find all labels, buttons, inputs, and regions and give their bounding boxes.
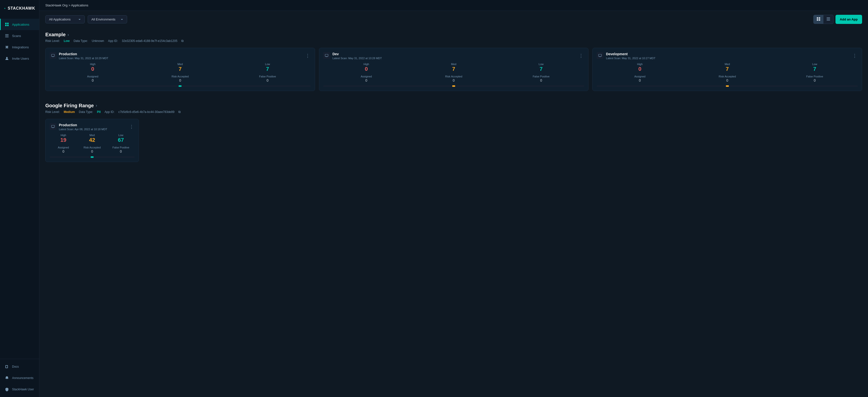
app-header-example: Example ›	[45, 28, 862, 39]
risk-level-label-gfr: Risk Level:	[45, 110, 60, 114]
view-list-button[interactable]	[824, 15, 833, 24]
card-header-production: Production Latest Scan: May 31, 2022 at …	[50, 52, 311, 60]
puzzle-icon	[5, 45, 9, 49]
stat-high-dev: High 0	[323, 63, 410, 72]
env-icon-development	[596, 52, 603, 59]
card-header-development: Development Latest Scan: May 31, 2022 at…	[596, 52, 858, 60]
bar-teal-production	[179, 85, 182, 87]
sub-stat-risk-accepted-development: Risk Accepted 0	[684, 75, 771, 82]
data-type-label-gfr: Data Type:	[79, 110, 93, 114]
env-icon-dev	[323, 52, 330, 59]
copy-app-id-example[interactable]: ⧉	[181, 39, 184, 43]
filter-envs-label: All Environments	[91, 18, 116, 21]
stat-low-development: Low 7	[771, 63, 858, 72]
data-type-value-gfr: PII	[97, 110, 101, 114]
card-header-left-dev: Dev Latest Scan: May 31, 2022 at 10:28 M…	[323, 52, 382, 60]
sub-stat-assigned-dev: Assigned 0	[323, 75, 410, 82]
app-header-gfr: Google Firing Range ›	[45, 99, 862, 110]
card-sub-stats-gfr-production: Assigned 0 Risk Accepted 0 False Positiv…	[50, 146, 135, 153]
stat-med-dev: Med 7	[411, 63, 497, 72]
chevron-right-icon-example[interactable]: ›	[67, 32, 69, 37]
sub-stat-assigned-gfr-production: Assigned 0	[50, 146, 78, 153]
stat-high-gfr-production: High 19	[50, 134, 78, 143]
card-stats-development: High 0 Med 7 Low 7	[596, 63, 858, 72]
chevron-right-icon-gfr[interactable]: ›	[96, 103, 97, 108]
stat-high-production: High 0	[50, 63, 136, 72]
svg-rect-16	[827, 19, 830, 19]
card-header-left-production: Production Latest Scan: May 31, 2022 at …	[50, 52, 108, 60]
risk-value-gfr: Medium	[64, 110, 75, 114]
breadcrumb: StackHawk Org > Applications	[45, 3, 88, 7]
content-area: Example › Risk Level: Low Data Type: Unk…	[39, 28, 868, 397]
stat-med-gfr-production: Med 42	[78, 134, 106, 143]
sub-stat-false-positive-gfr-production: False Positive 0	[107, 146, 135, 153]
risk-level-label-example: Risk Level:	[45, 39, 60, 42]
env-name-production: Production	[59, 52, 108, 56]
card-header-left-development: Development Latest Scan: May 31, 2022 at…	[596, 52, 655, 60]
svg-rect-17	[827, 20, 830, 21]
sidebar-item-integrations[interactable]: Integrations	[0, 41, 39, 53]
card-stats-production: High 0 Med 7 Low 7	[50, 63, 311, 72]
filter-envs-dropdown[interactable]: All Environments	[88, 15, 127, 23]
book-icon	[5, 365, 9, 369]
add-app-button[interactable]: Add an App	[836, 15, 862, 24]
user-icon	[5, 56, 9, 61]
sub-stat-false-positive-development: False Positive 0	[771, 75, 858, 82]
svg-rect-6	[7, 25, 9, 26]
sidebar-item-scans[interactable]: Scans	[0, 30, 39, 41]
sidebar-item-integrations-label: Integrations	[12, 46, 29, 49]
svg-point-10	[6, 57, 8, 58]
risk-value-example: Low	[64, 39, 70, 42]
card-stats-gfr-production: High 19 Med 42 Low 67	[50, 134, 135, 143]
svg-rect-13	[817, 19, 818, 21]
app-title-gfr: Google Firing Range	[45, 103, 94, 109]
view-grid-button[interactable]	[813, 15, 824, 24]
card-menu-production[interactable]: ⋮	[305, 53, 311, 58]
card-menu-development[interactable]: ⋮	[851, 53, 858, 58]
env-cards-example: Production Latest Scan: May 31, 2022 at …	[45, 48, 862, 91]
copy-app-id-gfr[interactable]: ⧉	[178, 110, 181, 114]
svg-rect-23	[599, 56, 601, 57]
main-content: StackHawk Org > Applications All Applica…	[39, 0, 868, 397]
sidebar-item-invite-users[interactable]: Invite Users	[0, 53, 39, 64]
sidebar-item-invite-users-label: Invite Users	[12, 57, 29, 60]
card-menu-gfr-production[interactable]: ⋮	[128, 124, 135, 130]
env-scan-time-gfr-production: Latest Scan: Apr 08, 2022 at 10:18 MDT	[59, 128, 107, 131]
app-meta-example: Risk Level: Low Data Type: Unknown App I…	[45, 39, 862, 44]
svg-rect-21	[326, 56, 328, 57]
sidebar-item-announcements[interactable]: Announcements	[0, 372, 39, 384]
app-id-value-gfr: c7b5d9c6-d5e6-4b7a-bc44-30aee783de89	[119, 110, 175, 114]
sidebar-item-applications[interactable]: Applications	[0, 19, 39, 30]
card-menu-dev[interactable]: ⋮	[578, 53, 584, 58]
stackhawk-logo-icon	[4, 4, 6, 12]
filter-apps-label: All Applications	[49, 18, 70, 21]
env-card-production: Production Latest Scan: May 31, 2022 at …	[45, 48, 315, 91]
app-meta-gfr: Risk Level: Medium Data Type: PII App ID…	[45, 110, 862, 115]
sub-stat-risk-accepted-dev: Risk Accepted 0	[411, 75, 497, 82]
filter-apps-dropdown[interactable]: All Applications	[45, 15, 85, 23]
grid-icon	[5, 22, 9, 27]
sidebar-item-docs[interactable]: Docs	[0, 361, 39, 372]
app-section-google-firing-range: Google Firing Range › Risk Level: Medium…	[45, 99, 862, 162]
sub-stat-risk-accepted-gfr-production: Risk Accepted 0	[78, 146, 106, 153]
env-card-dev: Dev Latest Scan: May 31, 2022 at 10:28 M…	[319, 48, 589, 91]
sidebar-item-user[interactable]: StackHawk User	[0, 384, 39, 395]
bar-yellow-development	[726, 85, 729, 87]
sub-stat-false-positive-production: False Positive 0	[224, 75, 311, 82]
header: StackHawk Org > Applications	[39, 0, 868, 11]
sidebar-item-docs-label: Docs	[12, 365, 19, 368]
app-id-value-example: 32e32305-eda6-4188-9e7f-e154c3ab1205	[122, 39, 178, 42]
stat-med-production: Med 7	[137, 63, 223, 72]
svg-rect-25	[52, 127, 54, 128]
stat-high-development: High 0	[596, 63, 683, 72]
view-toggle	[813, 15, 834, 24]
breadcrumb-sep: >	[68, 3, 70, 7]
svg-rect-8	[5, 35, 9, 36]
svg-rect-22	[598, 54, 601, 56]
env-info-dev: Dev Latest Scan: May 31, 2022 at 10:28 M…	[333, 52, 382, 60]
stat-low-gfr-production: Low 67	[107, 134, 135, 143]
breadcrumb-page: Applications	[71, 3, 88, 7]
card-bar-dev	[323, 85, 585, 87]
env-cards-gfr: Production Latest Scan: Apr 08, 2022 at …	[45, 119, 862, 162]
shield-icon	[5, 387, 9, 392]
